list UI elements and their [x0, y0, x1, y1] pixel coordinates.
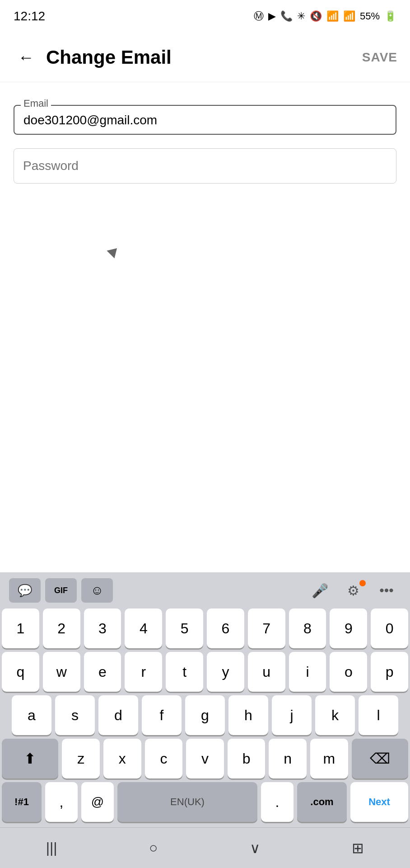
save-button[interactable]: SAVE: [362, 50, 397, 65]
microphone-icon: 🎤: [312, 583, 328, 599]
battery-icon: 🔋: [384, 10, 396, 22]
back-button[interactable]: ←: [13, 44, 40, 71]
key-9[interactable]: 9: [330, 609, 367, 648]
key-3[interactable]: 3: [84, 609, 121, 648]
email-field-wrapper: Email: [14, 105, 396, 135]
keyboard-icon: ⊞: [352, 840, 364, 857]
key-v[interactable]: v: [186, 739, 224, 778]
key-f[interactable]: f: [142, 695, 182, 735]
phone-icon: 📞: [280, 10, 293, 22]
key-m[interactable]: m: [310, 739, 348, 778]
nav-menu-button[interactable]: |||: [33, 835, 71, 861]
key-x[interactable]: x: [103, 739, 141, 778]
next-button[interactable]: Next: [350, 782, 408, 822]
key-j[interactable]: j: [272, 695, 312, 735]
key-1[interactable]: 1: [2, 609, 39, 648]
email-label: Email: [21, 98, 51, 109]
bluetooth-icon: ✳: [297, 10, 305, 22]
key-6[interactable]: 6: [207, 609, 244, 648]
settings-icon: ⚙: [347, 583, 359, 599]
key-comma[interactable]: ,: [45, 782, 78, 822]
more-icon: •••: [379, 583, 394, 598]
back-arrow-icon: ←: [18, 48, 34, 67]
sticker-button[interactable]: 💬: [9, 578, 41, 603]
key-u[interactable]: u: [248, 652, 285, 692]
space-button[interactable]: EN(UK): [117, 782, 257, 822]
gmail-icon: Ⓜ: [254, 9, 264, 23]
bottom-nav: ||| ○ ∨ ⊞: [0, 827, 410, 868]
zxcv-row: ⬆ z x c v b n m ⌫: [2, 739, 408, 778]
signal-icon: 📶: [343, 10, 355, 22]
key-i[interactable]: i: [289, 652, 326, 692]
home-icon: ○: [149, 840, 158, 856]
emoji-button[interactable]: ☺: [81, 578, 113, 603]
key-t[interactable]: t: [166, 652, 203, 692]
key-at[interactable]: @: [81, 782, 114, 822]
bottom-row: !#1 , @ EN(UK) . .com Next: [2, 782, 408, 822]
wifi-icon: 📶: [326, 10, 339, 22]
notification-dot: [359, 580, 366, 586]
qwerty-row: q w e r t y u i o p: [2, 652, 408, 692]
key-w[interactable]: w: [43, 652, 80, 692]
battery-percent: 55%: [360, 10, 380, 22]
video-icon: ▶: [268, 10, 276, 22]
keyboard-toolbar: 💬 GIF ☺ 🎤 ⚙ •••: [0, 572, 410, 609]
backspace-icon: ⌫: [370, 750, 390, 767]
key-rows: 1 2 3 4 5 6 7 8 9 0 q w e r t y u i o p …: [0, 609, 410, 827]
key-8[interactable]: 8: [289, 609, 326, 648]
menu-icon: |||: [46, 840, 57, 856]
page-title: Change Email: [40, 47, 362, 68]
key-g[interactable]: g: [185, 695, 225, 735]
nav-keyboard-button[interactable]: ⊞: [338, 835, 377, 861]
app-bar: ← Change Email SAVE: [0, 33, 410, 82]
key-p[interactable]: p: [371, 652, 408, 692]
key-c[interactable]: c: [145, 739, 183, 778]
key-0[interactable]: 0: [371, 609, 408, 648]
key-o[interactable]: o: [330, 652, 367, 692]
key-r[interactable]: r: [125, 652, 162, 692]
mute-icon: 🔇: [310, 10, 322, 22]
nav-home-button[interactable]: ○: [135, 835, 171, 861]
key-z[interactable]: z: [62, 739, 100, 778]
more-button[interactable]: •••: [372, 578, 401, 603]
number-row: 1 2 3 4 5 6 7 8 9 0: [2, 609, 408, 648]
status-bar: 12:12 Ⓜ ▶ 📞 ✳ 🔇 📶 📶 55% 🔋: [0, 0, 410, 33]
keyboard: 💬 GIF ☺ 🎤 ⚙ ••• 1 2 3 4 5 6 7 8: [0, 572, 410, 868]
key-7[interactable]: 7: [248, 609, 285, 648]
key-d[interactable]: d: [98, 695, 138, 735]
gif-label: GIF: [54, 586, 68, 595]
key-4[interactable]: 4: [125, 609, 162, 648]
key-a[interactable]: a: [12, 695, 51, 735]
middle-area: [0, 206, 410, 360]
symbols-button[interactable]: !#1: [2, 782, 42, 822]
settings-button[interactable]: ⚙: [339, 578, 368, 603]
password-field-wrapper: [14, 148, 396, 184]
key-2[interactable]: 2: [43, 609, 80, 648]
password-input[interactable]: [23, 159, 387, 173]
backspace-button[interactable]: ⌫: [352, 739, 408, 778]
status-icons: Ⓜ ▶ 📞 ✳ 🔇 📶 📶 55% 🔋: [254, 9, 396, 23]
space-label: EN(UK): [170, 796, 205, 808]
key-k[interactable]: k: [315, 695, 355, 735]
asdf-row: a s d f g h j k l: [2, 695, 408, 735]
key-l[interactable]: l: [359, 695, 398, 735]
email-input[interactable]: [23, 113, 387, 127]
shift-button[interactable]: ⬆: [2, 739, 58, 778]
key-e[interactable]: e: [84, 652, 121, 692]
form-content: Email: [0, 82, 410, 206]
key-period[interactable]: .: [261, 782, 294, 822]
sticker-icon: 💬: [18, 584, 32, 598]
key-y[interactable]: y: [207, 652, 244, 692]
microphone-button[interactable]: 🎤: [305, 578, 334, 603]
key-h[interactable]: h: [228, 695, 268, 735]
nav-back-button[interactable]: ∨: [236, 835, 274, 861]
key-n[interactable]: n: [269, 739, 307, 778]
gif-button[interactable]: GIF: [45, 578, 77, 603]
key-s[interactable]: s: [55, 695, 95, 735]
dotcom-button[interactable]: .com: [297, 782, 347, 822]
key-5[interactable]: 5: [166, 609, 203, 648]
shift-icon: ⬆: [24, 750, 36, 767]
down-icon: ∨: [250, 840, 260, 857]
key-b[interactable]: b: [228, 739, 266, 778]
key-q[interactable]: q: [2, 652, 39, 692]
